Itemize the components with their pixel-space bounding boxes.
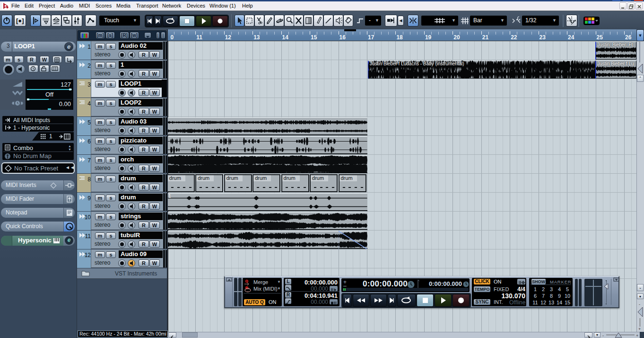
svg-text:[●]: [●] [16,17,24,24]
